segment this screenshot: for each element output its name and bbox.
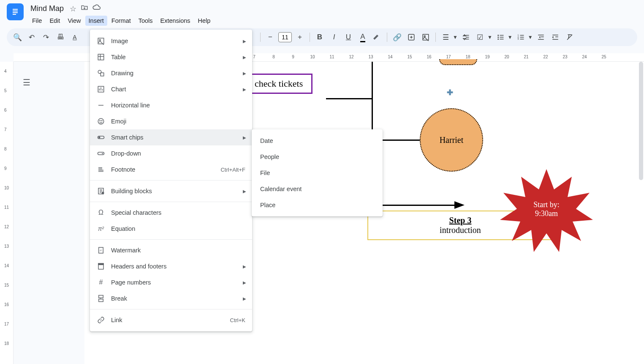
redo-icon[interactable]: ↷: [40, 31, 52, 44]
menu-item-special-characters[interactable]: ΩSpecial characters: [90, 205, 252, 221]
menu-item-emoji[interactable]: Emoji: [90, 113, 252, 129]
menu-edit[interactable]: Edit: [46, 16, 63, 26]
bold-icon[interactable]: B: [313, 31, 326, 44]
menu-item-drop-down[interactable]: Drop-down: [90, 145, 252, 161]
chevron-right-icon: ▶: [243, 39, 246, 44]
menu-extensions[interactable]: Extensions: [157, 16, 194, 26]
menu-view[interactable]: View: [64, 16, 84, 26]
menu-file[interactable]: File: [29, 16, 45, 26]
docs-logo[interactable]: [7, 3, 24, 20]
star-icon[interactable]: ☆: [70, 4, 76, 14]
menu-item-horizontal-line[interactable]: Horizontal line: [90, 97, 252, 113]
hash-icon: #: [97, 279, 105, 286]
headers-icon: [97, 263, 105, 270]
shape-starburst[interactable]: Start by: 9:30am: [500, 169, 593, 256]
add-comment-icon[interactable]: [405, 31, 418, 44]
menu-item-watermark[interactable]: Watermark: [90, 242, 252, 258]
submenu-item-people[interactable]: People: [252, 149, 383, 165]
svg-point-41: [102, 192, 104, 194]
spellcheck-icon[interactable]: A: [68, 31, 81, 44]
svg-rect-1: [13, 9, 18, 10]
smart-chips-submenu: DatePeopleFileCalendar eventPlace: [252, 129, 383, 216]
print-icon[interactable]: 🖶: [54, 31, 67, 44]
menu-item-chart[interactable]: Chart▶: [90, 81, 252, 97]
submenu-item-date[interactable]: Date: [252, 133, 383, 149]
underline-icon[interactable]: U: [342, 31, 355, 44]
image-icon: [97, 37, 105, 45]
svg-text:3: 3: [517, 38, 519, 40]
break-icon: [97, 295, 105, 302]
svg-rect-21: [541, 37, 544, 38]
menu-format[interactable]: Format: [108, 16, 134, 26]
menu-item-headers-and-footers[interactable]: Headers and footers▶: [90, 258, 252, 274]
scrollbar-thumb[interactable]: [639, 62, 643, 180]
app-header: Mind Map ☆ File Edit View Insert Format …: [0, 0, 644, 26]
menu-item-drawing[interactable]: Drawing▶: [90, 65, 252, 81]
chevron-right-icon: ▶: [243, 280, 246, 285]
svg-rect-2: [13, 11, 18, 11]
menu-item-equation[interactable]: π²Equation: [90, 221, 252, 237]
chevron-right-icon: ▶: [243, 55, 246, 60]
svg-rect-44: [98, 263, 103, 265]
insert-link-icon[interactable]: 🔗: [391, 31, 403, 44]
menu-item-image[interactable]: Image▶: [90, 33, 252, 49]
drawing-cursor-icon: ✚: [447, 88, 453, 97]
svg-point-36: [102, 120, 103, 121]
increase-indent-icon[interactable]: [549, 31, 562, 44]
shape-harriet-circle[interactable]: Harriet: [420, 108, 483, 172]
outline-toggle-icon[interactable]: ☰: [20, 76, 33, 89]
clear-formatting-icon[interactable]: [563, 31, 576, 44]
numbered-list-icon[interactable]: 123: [514, 31, 527, 44]
svg-rect-3: [13, 12, 18, 13]
svg-rect-12: [500, 37, 503, 38]
document-title[interactable]: Mind Map: [29, 3, 65, 14]
menu-item-page-numbers[interactable]: #Page numbers▶: [90, 274, 252, 290]
menu-item-break[interactable]: Break▶: [90, 290, 252, 307]
italic-icon[interactable]: I: [328, 31, 340, 44]
shape-check-tickets[interactable]: check tickets: [245, 74, 312, 94]
insert-image-icon[interactable]: [419, 31, 432, 44]
svg-point-10: [497, 38, 499, 40]
hline-icon: [97, 101, 105, 109]
move-icon[interactable]: [81, 4, 88, 14]
menu-tools[interactable]: Tools: [135, 16, 156, 26]
menu-insert[interactable]: Insert: [85, 16, 107, 26]
highlight-icon[interactable]: [371, 31, 383, 44]
blocks-icon: [97, 187, 105, 195]
search-icon[interactable]: 🔍: [11, 31, 24, 44]
font-size-increase[interactable]: +: [293, 31, 306, 44]
submenu-item-file[interactable]: File: [252, 165, 383, 181]
chevron-right-icon: ▶: [243, 71, 246, 76]
undo-icon[interactable]: ↶: [25, 31, 38, 44]
submenu-item-place[interactable]: Place: [252, 197, 383, 213]
align-icon[interactable]: ☰: [439, 31, 452, 44]
bulleted-list-icon[interactable]: [494, 31, 507, 44]
connector-line: [372, 205, 459, 206]
cloud-status-icon[interactable]: [92, 4, 101, 13]
menu-help[interactable]: Help: [195, 16, 214, 26]
vertical-scrollbar[interactable]: [638, 62, 644, 359]
decrease-indent-icon[interactable]: [535, 31, 547, 44]
omega-icon: Ω: [97, 209, 105, 216]
menu-item-building-blocks[interactable]: Building blocks▶: [90, 183, 252, 199]
menu-item-link[interactable]: LinkCtrl+K: [90, 312, 252, 328]
checklist-icon[interactable]: ☑: [474, 31, 486, 44]
line-spacing-icon[interactable]: [459, 31, 472, 44]
svg-rect-28: [98, 38, 104, 44]
font-size-input[interactable]: [278, 32, 292, 42]
chevron-right-icon: ▶: [243, 135, 246, 140]
svg-point-9: [497, 37, 499, 38]
menu-item-table[interactable]: Table▶: [90, 49, 252, 65]
menu-item-smart-chips[interactable]: Smart chips▶: [90, 129, 252, 145]
svg-rect-23: [552, 35, 558, 36]
svg-rect-0: [11, 6, 19, 17]
svg-point-7: [424, 36, 425, 37]
text-color-icon[interactable]: A: [356, 31, 369, 44]
vertical-ruler[interactable]: 456789101112131415161718: [0, 62, 14, 364]
connector-line: [326, 98, 372, 99]
svg-marker-26: [454, 201, 465, 209]
submenu-item-calendar-event[interactable]: Calendar event: [252, 181, 383, 197]
svg-point-29: [99, 39, 101, 41]
menu-item-footnote[interactable]: FootnoteCtrl+Alt+F: [90, 161, 252, 178]
font-size-decrease[interactable]: −: [264, 31, 277, 44]
